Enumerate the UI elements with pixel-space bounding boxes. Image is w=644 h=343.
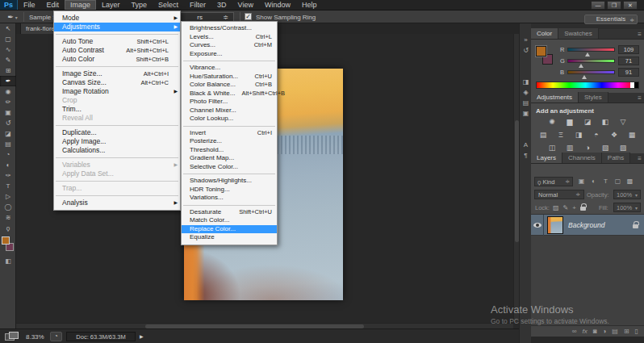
menu-item-variations[interactable]: Variations... <box>182 194 277 203</box>
menubar-item-window[interactable]: Window <box>259 0 296 10</box>
move-tool[interactable]: ↖ <box>0 23 16 34</box>
menu-item-color-balance[interactable]: Color Balance...Ctrl+B <box>182 81 277 90</box>
link-layers-icon[interactable]: ∞ <box>572 328 577 335</box>
menu-item-brightness-contrast[interactable]: Brightness/Contrast... <box>182 24 277 33</box>
panel-menu-icon[interactable]: ≡ <box>638 155 642 162</box>
posterize-icon[interactable]: ▥ <box>565 143 575 153</box>
shape-tool[interactable]: ◯ <box>0 202 16 212</box>
threshold-icon[interactable]: ◑ <box>583 143 593 153</box>
color-tab-swatches[interactable]: Swatches <box>558 28 599 39</box>
color-balance-icon[interactable]: Ξ <box>556 130 567 140</box>
vertical-scrollbar[interactable] <box>513 34 519 323</box>
screen-mode-icon[interactable] <box>5 332 18 341</box>
layers-tab-channels[interactable]: Channels <box>562 153 602 163</box>
brush-tool[interactable]: ✏ <box>0 97 16 107</box>
hue-saturation-icon[interactable]: ▤ <box>538 130 549 140</box>
menu-item-canvas-size[interactable]: Canvas Size...Alt+Ctrl+C <box>54 78 180 87</box>
levels-icon[interactable]: ▆ <box>565 117 575 127</box>
menu-item-curves[interactable]: Curves...Ctrl+M <box>182 41 277 50</box>
color-spectrum-bar[interactable] <box>536 82 639 89</box>
status-expand-arrow[interactable]: ▶ <box>140 333 144 339</box>
blend-mode-dropdown[interactable]: Normal ≑ <box>534 190 584 199</box>
layer-effects-icon[interactable]: fx <box>582 328 587 335</box>
menu-item-gradient-map[interactable]: Gradient Map... <box>182 154 277 163</box>
layers-tab-paths[interactable]: Paths <box>602 153 630 163</box>
show-sampling-ring-checkbox[interactable]: ✓ <box>245 13 252 20</box>
paragraph-icon[interactable]: ¶ <box>520 150 532 161</box>
menu-item-selective-color[interactable]: Selective Color... <box>182 163 277 172</box>
menu-item-image-size[interactable]: Image Size...Alt+Ctrl+I <box>54 69 180 78</box>
menubar-item-view[interactable]: View <box>232 0 259 10</box>
lock-transparency-icon[interactable]: ▨ <box>553 204 559 211</box>
adjustments-tab-adjustments[interactable]: Adjustments <box>531 92 579 102</box>
crop-tool[interactable]: ⊞ <box>0 65 16 76</box>
clone-source-icon[interactable]: ▣ <box>520 108 532 119</box>
workspace-switcher[interactable]: Essentials ≑ <box>584 15 638 24</box>
menu-item-posterize[interactable]: Posterize... <box>182 137 277 146</box>
gradient-map-icon[interactable]: ▧ <box>600 143 611 153</box>
menubar-item-select[interactable]: Select <box>153 0 184 10</box>
color-value-r[interactable]: 109 <box>618 45 639 54</box>
gradient-tool[interactable]: ▤ <box>0 139 16 149</box>
lock-position-icon[interactable]: + <box>572 204 576 211</box>
hand-tool[interactable]: ≋ <box>0 212 16 223</box>
menu-item-duplicate[interactable]: Duplicate... <box>54 128 180 137</box>
color-slider-b[interactable] <box>567 70 615 74</box>
menu-item-hdr-toning[interactable]: HDR Toning... <box>182 186 277 195</box>
history-brush-tool[interactable]: ↺ <box>0 118 16 128</box>
color-value-g[interactable]: 71 <box>618 56 639 65</box>
character-icon[interactable]: A <box>520 140 532 150</box>
doc-size-info[interactable]: Doc: 63.3M/63.3M <box>66 332 136 341</box>
menu-item-vibrance[interactable]: Vibrance... <box>182 64 277 73</box>
info-icon[interactable]: ◈ <box>520 87 532 98</box>
brightness-contrast-icon[interactable]: ✺ <box>547 117 558 127</box>
menu-item-threshold[interactable]: Threshold... <box>182 146 277 155</box>
menu-item-desaturate[interactable]: DesaturateShift+Ctrl+U <box>182 208 277 217</box>
menu-item-adjustments[interactable]: Adjustments▶ <box>54 23 180 31</box>
color-slider-r[interactable] <box>567 48 615 52</box>
menu-item-replace-color[interactable]: Replace Color... <box>182 225 277 234</box>
eraser-tool[interactable]: ◪ <box>0 128 16 139</box>
menu-item-auto-color[interactable]: Auto ColorShift+Ctrl+B <box>54 55 180 64</box>
menubar-item-type[interactable]: Type <box>126 0 153 10</box>
photo-filter-icon[interactable]: ◓ <box>592 130 602 140</box>
opacity-field[interactable]: 100% ▾ <box>613 190 641 199</box>
zoom-level[interactable]: 8.33% <box>26 333 44 341</box>
menubar-item-3d[interactable]: 3D <box>211 0 232 10</box>
exposure-icon[interactable]: ◧ <box>600 117 611 127</box>
fill-field[interactable]: 100% ▾ <box>613 203 641 212</box>
layer-row-background[interactable]: Background <box>531 215 644 236</box>
filter-type-layers-icon[interactable]: T <box>601 177 610 186</box>
new-adjustment-layer-icon[interactable]: ◑ <box>602 328 606 335</box>
channel-mixer-icon[interactable]: ❖ <box>609 130 620 140</box>
layer-name[interactable]: Background <box>568 221 633 229</box>
restore-button[interactable]: ❐ <box>607 1 621 10</box>
toolbar-foreground-swatch[interactable] <box>2 236 10 245</box>
tool-preset-button[interactable]: ✒ ▾ <box>2 12 24 22</box>
vibrance-icon[interactable]: ▽ <box>618 117 629 127</box>
quick-selection-tool[interactable]: ✎ <box>0 55 16 65</box>
slider-thumb[interactable] <box>582 75 587 79</box>
menubar-item-filter[interactable]: Filter <box>184 0 211 10</box>
adjustments-tab-styles[interactable]: Styles <box>579 92 608 102</box>
panel-menu-icon[interactable]: ≡ <box>638 94 642 102</box>
black-swatch[interactable] <box>634 82 638 88</box>
menu-item-exposure[interactable]: Exposure... <box>182 50 277 59</box>
menu-item-image-rotation[interactable]: Image Rotation▶ <box>54 87 180 96</box>
filter-shape-layers-icon[interactable]: ▢ <box>613 177 622 186</box>
filter-smart-objects-icon[interactable]: ▩ <box>625 177 634 186</box>
quick-mask-button[interactable]: ◧ <box>0 257 16 265</box>
color-value-b[interactable]: 91 <box>618 68 639 77</box>
color-slider-g[interactable] <box>567 59 615 63</box>
menu-item-levels[interactable]: Levels...Ctrl+L <box>182 33 277 42</box>
lock-pixels-icon[interactable]: ✎ <box>563 204 569 211</box>
layer-thumbnail[interactable] <box>547 216 563 234</box>
path-selection-tool[interactable]: ▷ <box>0 191 16 202</box>
menu-item-shadows-highlights[interactable]: Shadows/Highlights... <box>182 177 277 186</box>
history-icon[interactable]: ↺ <box>520 45 532 56</box>
foreground-color-swatch[interactable] <box>536 46 546 56</box>
menubar-item-layer[interactable]: Layer <box>96 0 126 10</box>
layer-filter-dropdown[interactable]: ϙ Kind ≑ <box>534 177 573 186</box>
menu-item-channel-mixer[interactable]: Channel Mixer... <box>182 107 277 115</box>
delete-layer-icon[interactable]: ▯ <box>635 328 638 335</box>
